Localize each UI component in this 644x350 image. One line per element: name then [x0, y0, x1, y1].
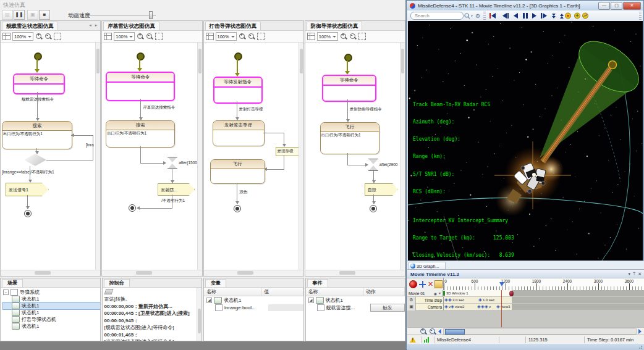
track-movie-content[interactable]: 3D Window 1 [443, 290, 644, 297]
diagram-canvas[interactable]: 等待命令 发射防御导弹指令 飞行 出口行为/不透明行为1 after(2900 [305, 43, 405, 270]
eye-icon[interactable]: ◉ [434, 291, 437, 296]
console-log[interactable]: 雷达]转换。 00:00:00,000：重新开始仿真... 00:00:00,4… [103, 295, 202, 341]
tree-root[interactable]: − 导弹系统 [3, 289, 100, 296]
keyframe-icon[interactable] [451, 305, 454, 309]
fit-view-icon[interactable] [257, 33, 265, 40]
expander-icon[interactable]: − [3, 290, 9, 295]
zoom-out-icon[interactable]: - [146, 33, 153, 40]
tab-strike-missile[interactable]: 打击导弹状态图仿真 [205, 22, 261, 30]
state-flight[interactable]: 飞行 出口行为/不透明行为1 [320, 122, 379, 154]
horizontal-scrollbar[interactable] [204, 270, 303, 276]
send-signal-node[interactable]: 发送信号1 [6, 183, 49, 196]
expander-icon[interactable]: ◢ [206, 298, 212, 303]
gear-icon[interactable]: ⚙ [475, 13, 480, 19]
zoom-in-icon[interactable]: + [340, 33, 347, 40]
zoom-in-icon[interactable]: + [137, 33, 144, 40]
playhead-line[interactable] [501, 290, 502, 327]
tab-defense-missile[interactable]: 防御导弹状态图仿真 [307, 22, 363, 30]
state-search[interactable]: 搜索 出口行为/不透明行为1 [106, 120, 175, 148]
tree-item[interactable]: 状态机1 [3, 296, 100, 302]
state-wait-command[interactable]: 等待命令 [322, 75, 376, 102]
state-wait-command[interactable]: 等待命令 [106, 72, 175, 101]
record-icon[interactable] [409, 280, 417, 288]
track-camera-label[interactable]: Camera [416, 304, 444, 310]
playback-controls[interactable] [488, 12, 574, 20]
keyframe-icon[interactable] [496, 305, 500, 309]
timer-node[interactable] [368, 159, 378, 171]
tree-item[interactable]: 状态机1 [3, 323, 100, 330]
event-row[interactable]: 舰载雷达搜... 触发 [306, 304, 405, 311]
keyframe-marker-red[interactable] [509, 291, 514, 296]
keyframe-icon[interactable] [448, 298, 452, 302]
track-timestep-content[interactable]: 3.0 sec 1.0 sec [444, 297, 644, 304]
vertical-scrollbar[interactable] [400, 43, 405, 270]
close-button[interactable]: ✕ [623, 2, 641, 10]
timeline-scrollbar[interactable] [443, 328, 637, 335]
state-wait-command[interactable]: 等待命令 [13, 73, 65, 94]
report-icons[interactable] [574, 12, 590, 20]
track-movie-label[interactable]: Movie 01 ◉ ▼ [407, 290, 443, 297]
vertical-scrollbar[interactable] [197, 43, 202, 270]
minimize-button[interactable]: — [598, 2, 610, 10]
tree-root[interactable]: ◢ 状态机1 [306, 296, 405, 304]
keyframe-icon[interactable] [478, 298, 482, 302]
warning-icon[interactable] [407, 336, 422, 343]
delete-icon[interactable]: ✕ [426, 280, 434, 288]
chevron-down-icon[interactable]: ▾ [628, 272, 630, 277]
initial-state[interactable] [234, 52, 242, 60]
tab-ship-radar[interactable]: 舰载雷达状态图仿真 [2, 22, 58, 30]
tab-shore-radar[interactable]: 岸基雷达状态图仿真 [103, 22, 159, 30]
column-value[interactable]: 值 [261, 288, 303, 296]
tab-scenario[interactable]: 场景 [2, 279, 23, 287]
decision-node[interactable] [24, 154, 46, 166]
keyframe-icon[interactable] [485, 305, 488, 309]
resize-grip[interactable] [637, 344, 643, 349]
diagram-canvas[interactable]: 等待发射指令 发射打击导弹 发射攻击导弹 发现导弹 [204, 43, 303, 270]
horizontal-scrollbar[interactable] [102, 270, 201, 276]
track-timestep-label[interactable]: Time step [416, 297, 444, 304]
move-keyframe-icon[interactable] [418, 280, 426, 288]
send-signal-node[interactable]: 自毁 [365, 183, 398, 196]
state-search[interactable]: 搜索 出口行为/不透明行为1 [2, 121, 72, 149]
fit-view-icon[interactable] [54, 33, 61, 40]
variable-value-cell[interactable] [268, 304, 303, 311]
camera-icon[interactable]: ▣ [407, 304, 416, 310]
keyframe-icon[interactable] [481, 305, 485, 309]
scroll-right-icon[interactable] [638, 329, 642, 334]
final-state[interactable] [370, 205, 377, 212]
tab-variables[interactable]: 变量 [205, 279, 226, 287]
clip-start-marker[interactable] [443, 291, 445, 296]
vertical-scrollbar[interactable] [197, 288, 201, 341]
3d-viewport[interactable]: Track Beam-To-RV Radar RCS Azimuth (deg)… [408, 21, 643, 260]
keyframe-icon[interactable] [444, 298, 448, 302]
playhead-marker[interactable] [499, 282, 504, 286]
animation-speed-slider-thumb[interactable] [149, 11, 153, 19]
fit-view-icon[interactable] [358, 33, 366, 40]
clear-console-icon[interactable] [104, 289, 113, 294]
tree-item[interactable]: 打击导弹状态机 [3, 316, 100, 323]
grid-icon[interactable] [307, 33, 315, 40]
keyframe-icon[interactable] [444, 305, 448, 309]
zoom-out-icon[interactable]: - [248, 33, 255, 40]
grid-icon[interactable] [2, 33, 11, 40]
tab-scroll-arrows-icon[interactable]: ◂ ▸ [89, 23, 98, 28]
state-wait-launch[interactable]: 等待发射指令 [213, 77, 263, 104]
zoom-select[interactable]: 100% [216, 32, 237, 41]
expander-icon[interactable]: ◢ [308, 298, 314, 303]
timeline-ruler[interactable]: 0 600 1200 1800 2400 3000 3600 [443, 278, 644, 291]
pause-button[interactable]: ❚❚ [14, 10, 25, 20]
scroll-left-icon[interactable] [438, 329, 441, 334]
zoom-select[interactable]: 100% [317, 32, 338, 41]
tree-root[interactable]: ◢ 状态机1 [204, 296, 303, 304]
step-button[interactable]: ▣ [27, 10, 38, 20]
column-name[interactable]: 名称 [204, 288, 261, 296]
close-icon[interactable]: ✕ [638, 272, 642, 277]
gear-icon[interactable]: ⚙ [407, 297, 416, 304]
initial-state[interactable] [34, 52, 42, 60]
chevron-down-icon[interactable]: ▼ [438, 291, 441, 295]
diagram-canvas[interactable]: 等待命令 舰载雷达搜索指令 搜索 出口行为/不透明行为1 [inra [1, 43, 100, 270]
variable-row[interactable]: inrange:bool... [204, 304, 303, 311]
tab-events[interactable]: 事件 [307, 279, 328, 287]
final-state[interactable] [24, 210, 32, 217]
stk-title-bar[interactable]: MissileDefense4 - STK 11 - Movie Timelin… [407, 1, 643, 10]
